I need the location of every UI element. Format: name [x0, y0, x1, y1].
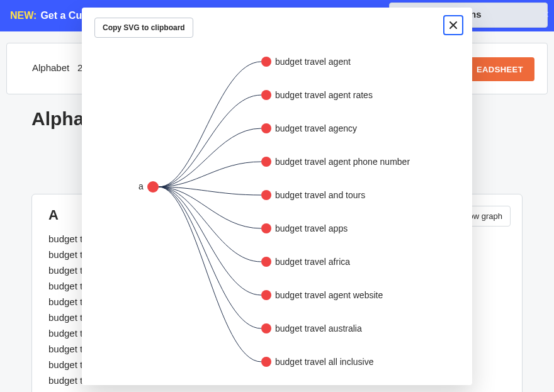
promo-new-badge: NEW: [10, 10, 37, 21]
graph-node-label: budget travel australia [275, 323, 362, 333]
graph-node-label: budget travel agent phone number [275, 157, 410, 167]
svg-point-0 [147, 181, 159, 193]
svg-point-3 [261, 123, 271, 133]
graph-node-label: budget travel agency [275, 123, 357, 133]
graph-node-label: budget travel apps [275, 223, 348, 233]
svg-point-9 [261, 323, 271, 333]
graph-modal: Copy SVG to clipboard abudget travel age… [82, 8, 472, 385]
graph-node-label: budget travel africa [275, 257, 350, 267]
promo-text: Get a Cu [40, 10, 82, 21]
graph-node-label: budget travel agent [275, 57, 351, 67]
svg-point-2 [261, 90, 271, 100]
graph-node-label: budget travel and tours [275, 190, 365, 200]
graph-node-label: budget travel agent website [275, 290, 383, 300]
copy-svg-button[interactable]: Copy SVG to clipboard [94, 18, 193, 38]
close-icon[interactable]: × [542, 9, 549, 20]
svg-point-4 [261, 157, 271, 167]
export-spreadsheet-button[interactable]: EADSHEET [465, 57, 534, 81]
svg-point-7 [261, 257, 271, 267]
svg-point-10 [261, 357, 271, 367]
alphabet-label: Alphabet [32, 62, 69, 73]
graph-node-label: budget travel agent rates [275, 90, 373, 100]
close-modal-button[interactable] [443, 15, 463, 35]
graph-node-label: budget travel all inclusive [275, 357, 373, 367]
svg-point-1 [261, 57, 271, 67]
svg-point-8 [261, 290, 271, 300]
graph-root-label: a [138, 181, 144, 191]
svg-point-6 [261, 223, 271, 233]
svg-point-5 [261, 190, 271, 200]
keyword-graph: abudget travel agentbudget travel agent … [82, 39, 472, 385]
close-icon [448, 20, 458, 30]
